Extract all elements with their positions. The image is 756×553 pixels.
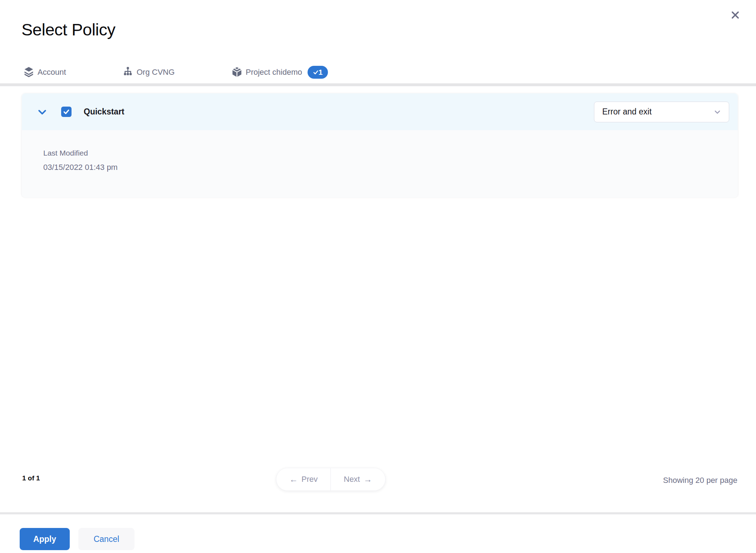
apply-button[interactable]: Apply [20,528,70,550]
select-policy-modal: Select Policy Account [0,0,756,553]
tab-account[interactable]: Account [23,61,66,86]
tab-label-account: Account [38,68,66,77]
policy-row: Quickstart Error and exit [22,93,738,130]
prev-label: Prev [301,475,318,484]
tab-label-org: Org CVNG [137,68,175,77]
footer-divider [0,512,756,514]
right-arrow-icon: → [364,475,372,484]
per-page-info: Showing 20 per page [663,476,737,485]
layers-icon [23,67,34,78]
policy-card: Quickstart Error and exit Last Modified … [21,93,738,197]
cube-icon [231,67,242,78]
tab-label-project: Project chidemo [246,68,302,77]
expand-chevron-down-icon[interactable] [36,106,48,118]
badge-count: 1 [318,68,323,77]
org-chart-icon [122,67,133,78]
tabs-divider [0,83,756,86]
pagination-pill: ← Prev Next → [276,468,386,491]
left-arrow-icon: ← [289,475,298,484]
next-label: Next [344,475,360,484]
last-modified-value: 03/15/2022 01:43 pm [43,163,738,172]
selected-count-badge: 1 [308,66,328,79]
policy-details: Last Modified 03/15/2022 01:43 pm [22,130,738,197]
page-title: Select Policy [21,20,116,39]
policy-checkbox[interactable] [61,107,72,117]
policy-action-select[interactable]: Error and exit [594,102,729,122]
check-icon [63,108,70,116]
chevron-down-icon [713,108,722,116]
page-count: 1 of 1 [22,474,40,482]
policy-action-value: Error and exit [602,107,652,117]
next-button[interactable]: Next → [331,468,385,490]
close-icon[interactable] [729,9,742,21]
policy-name: Quickstart [84,107,124,117]
cancel-button[interactable]: Cancel [78,528,134,550]
last-modified-label: Last Modified [43,149,738,157]
prev-button[interactable]: ← Prev [276,468,330,490]
tab-org-cvng[interactable]: Org CVNG [122,61,175,86]
tab-project-chidemo[interactable]: Project chidemo 1 [229,61,348,86]
